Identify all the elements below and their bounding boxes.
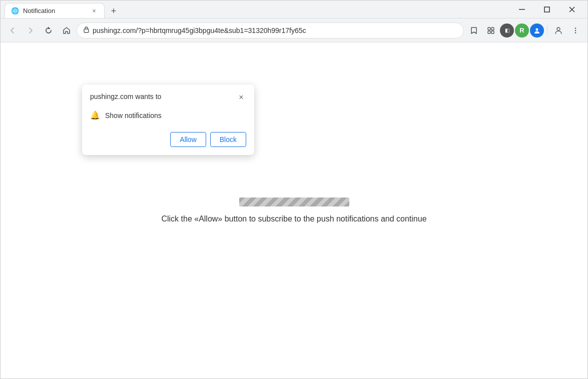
page-content: pushingz.com wants to × 🔔 Show notificat… <box>1 42 587 378</box>
permission-text: Show notifications <box>105 112 162 120</box>
new-tab-button[interactable]: + <box>107 4 121 18</box>
allow-button[interactable]: Allow <box>170 132 206 147</box>
tab-close-button[interactable]: × <box>90 7 98 15</box>
menu-button[interactable] <box>567 22 583 38</box>
page-instruction: Click the «Allow» button to subscribe to… <box>161 214 426 224</box>
url-text: pushingz.com/?p=hbrtqmrug45gi3bpgu4te&su… <box>93 26 457 34</box>
navigation-bar: pushingz.com/?p=hbrtqmrug45gi3bpgu4te&su… <box>1 18 587 42</box>
ext-dark-button[interactable]: ◧ <box>500 24 514 38</box>
bookmark-button[interactable] <box>466 22 482 38</box>
tab-strip: 🌐 Notification × + <box>5 0 510 18</box>
nav-right-icons: ◧ R <box>466 22 583 38</box>
forward-button[interactable] <box>23 22 39 38</box>
popup-header: pushingz.com wants to × <box>90 92 246 102</box>
address-bar[interactable]: pushingz.com/?p=hbrtqmrug45gi3bpgu4te&su… <box>77 22 464 38</box>
svg-rect-5 <box>488 28 490 30</box>
notification-popup: pushingz.com wants to × 🔔 Show notificat… <box>82 84 254 155</box>
popup-title: pushingz.com wants to <box>90 92 161 100</box>
loading-bar <box>239 198 349 206</box>
minimize-button[interactable] <box>510 0 533 18</box>
svg-point-12 <box>575 30 576 30</box>
home-button[interactable] <box>59 22 75 38</box>
lock-icon <box>83 26 90 34</box>
svg-point-10 <box>557 28 560 30</box>
divider <box>547 26 547 36</box>
active-tab[interactable]: 🌐 Notification × <box>5 3 105 18</box>
svg-point-11 <box>575 28 576 28</box>
browser-window: 🌐 Notification × + <box>0 0 588 379</box>
close-button[interactable] <box>560 0 583 18</box>
title-bar: 🌐 Notification × + <box>1 0 587 18</box>
refresh-button[interactable] <box>41 22 57 38</box>
svg-rect-6 <box>491 28 494 30</box>
profile-button[interactable] <box>550 22 566 38</box>
ext-profile-ring[interactable] <box>530 24 544 38</box>
svg-rect-7 <box>488 31 490 34</box>
extensions-button[interactable] <box>483 22 499 38</box>
tab-title: Notification <box>23 7 86 14</box>
window-controls <box>510 0 583 18</box>
popup-permission-row: 🔔 Show notifications <box>90 108 246 122</box>
bell-icon: 🔔 <box>90 110 100 120</box>
ext-r-button[interactable]: R <box>515 24 529 38</box>
svg-rect-0 <box>519 9 525 10</box>
svg-point-9 <box>536 28 538 30</box>
svg-point-13 <box>575 32 576 33</box>
back-button[interactable] <box>5 22 21 38</box>
popup-close-button[interactable]: × <box>236 92 246 102</box>
popup-actions: Allow Block <box>90 132 246 147</box>
svg-rect-4 <box>84 29 89 32</box>
block-button[interactable]: Block <box>210 132 246 147</box>
maximize-button[interactable] <box>535 0 558 18</box>
svg-rect-1 <box>544 7 549 12</box>
svg-rect-8 <box>491 31 494 34</box>
tab-favicon: 🌐 <box>11 7 19 15</box>
